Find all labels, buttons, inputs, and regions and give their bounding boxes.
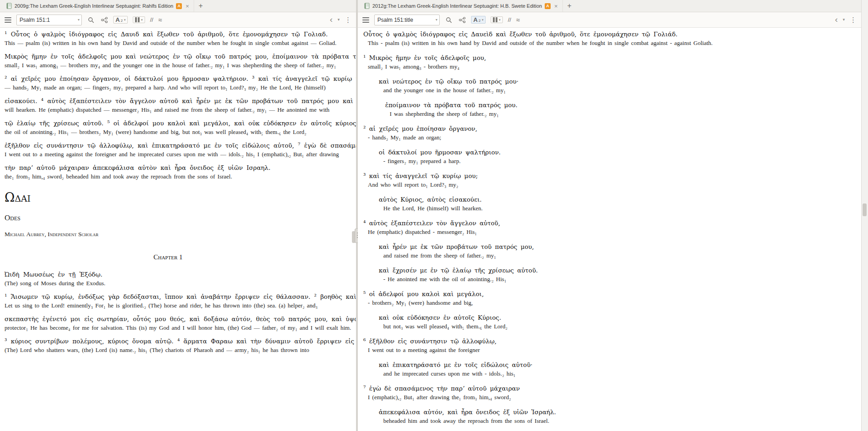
interlinear-pair: ⁵ οἱ ἀδελφοί μου καλοὶ καὶ μεγάλοι, - br… (363, 290, 855, 307)
visual-filters-subscript: 2 (120, 19, 122, 23)
tab-close-icon[interactable]: × (185, 3, 190, 9)
chevron-down-icon: ▾ (482, 18, 484, 22)
reference-dropdown-icon[interactable]: ▾ (78, 18, 80, 22)
greek-line: Ὠιδὴ Μωυσέως ἐν τῇ Ἐξόδῳ. (5, 270, 350, 278)
parallel-passages-icon[interactable]: // (508, 17, 511, 23)
gloss-line: and raised me from the sheep of father.₂… (383, 252, 855, 259)
reference-dropdown-icon[interactable]: ▾ (436, 18, 437, 22)
more-menu-icon[interactable]: ⋮ (850, 16, 857, 23)
gloss-line: (The) Lord who shatters wars, (the) Lord… (5, 346, 350, 354)
tab-title: 2012g:The Lexham Greek-English Interline… (372, 3, 542, 9)
columns-button[interactable]: ▾ (133, 16, 145, 23)
interlinear-pair: ἐποίμαινον τὰ πρόβατα τοῦ πατρός μου. I … (385, 101, 855, 118)
gloss-line: the₁ from₃ him,₄ sword₂ beheaded him and… (5, 173, 350, 180)
left-toolbar: ▾ A2 ▾ ▾ // ≈ ‹ ▾ ⋮ (0, 12, 356, 28)
right-tab-bar: 2012g:The Lexham Greek-English Interline… (358, 0, 861, 12)
greek-line: εἰσακούει. ⁴ αὐτὸς ἐξαπέστειλεν τὸν ἄγγε… (5, 97, 350, 105)
interlinear-pair: τὴν παρʼ αὐτοῦ μάχαιραν ἀπεκεφάλισα αὐτὸ… (5, 163, 350, 180)
gloss-line: protector₁ He has become₄ for me for sal… (5, 324, 350, 332)
interlinear-pair: Ὠιδὴ Μωυσέως ἐν τῇ Ἐξόδῳ. (The) song of … (5, 270, 350, 287)
corresponding-words-icon[interactable]: ≈ (158, 16, 162, 23)
chevron-down-icon: ▾ (499, 18, 501, 22)
interlinear-pair: τῷ ἐλαίῳ τῆς χρίσεως αὐτοῦ. ⁵ οἱ ἀδελφοί… (5, 119, 350, 136)
greek-line: ² αἱ χεῖρές μου ἐποίησαν ὄργανον, οἱ δάκ… (5, 74, 350, 83)
panel-menu-icon[interactable] (362, 17, 369, 23)
chevron-down-icon: ▾ (124, 18, 126, 22)
right-scrollbar-thumb[interactable] (863, 203, 867, 216)
resource-book-icon (6, 3, 12, 9)
greek-line: ² αἱ χεῖρές μου ἐποίησαν ὄργανον, (363, 124, 855, 133)
greek-line: ⁵ οἱ ἀδελφοί μου καλοὶ καὶ μεγάλοι, (363, 290, 855, 298)
more-menu-icon[interactable]: ⋮ (345, 16, 351, 23)
interlinear-pair: καὶ ἔχρισέν με ἐν τῷ ἐλαίῳ τῆς χρίσεως α… (379, 266, 855, 283)
interlinear-pair: οἱ δάκτυλοί μου ἥρμοσαν ψαλτήριον. - fin… (379, 148, 855, 165)
right-toolbar: ▾ A2 ▾ ▾ // ≈ ‹ ▾ ⋮ (358, 12, 861, 28)
left-panel: 2009g:The Lexham Greek-English Interline… (0, 0, 356, 431)
new-tab-button[interactable]: + (194, 2, 207, 10)
greek-line: ⁶ ἐξῆλθον εἰς συνάντησιν τῷ ἀλλοφύλῳ, (363, 337, 855, 345)
new-tab-button[interactable]: + (563, 2, 576, 10)
search-icon[interactable] (87, 16, 95, 24)
gloss-line: will hearken. He (emphatic) dispatched —… (5, 106, 350, 114)
back-icon[interactable]: ‹ (835, 15, 838, 24)
interlinear-pair: ἀπεκεφάλισα αὐτόν, καὶ ἦρα ὄνειδος ἐξ υἱ… (379, 408, 855, 425)
network-icon[interactable] (458, 16, 466, 24)
gloss-line: I went out to a meeting against the fore… (5, 150, 350, 158)
interlinear-pair: Οὗτος ὁ ψαλμὸς ἰδιόγραφος εἰς Δαυεὶδ καὶ… (363, 30, 855, 47)
interlinear-pair: ¹ Οὗτος ὁ ψαλμὸς ἰδιόγραφος εἰς Δαυιδ κα… (5, 30, 350, 47)
visual-filters-icon: A (115, 17, 120, 23)
panel-menu-icon[interactable] (5, 17, 11, 23)
greek-line: σκεπαστὴς ἐγένετό μοι εἰς σωτηρίαν, οὗτό… (5, 315, 350, 323)
greek-line: καὶ ἔχρισέν με ἐν τῷ ἐλαίῳ τῆς χρίσεως α… (379, 266, 855, 274)
gloss-line: - He anointed me with the oil of anointi… (383, 275, 855, 283)
gloss-line: This - psalm (is) written in his own han… (368, 39, 855, 47)
greek-line: ¹ Οὗτος ὁ ψαλμὸς ἰδιόγραφος εἰς Δαυιδ κα… (5, 30, 350, 38)
search-icon[interactable] (445, 16, 453, 24)
greek-line: ⁴ αὐτὸς ἐξαπέστειλεν τὸν ἄγγελον αὐτοῦ, (363, 219, 855, 227)
reference-box[interactable]: ▾ (16, 15, 82, 25)
history-dropdown-icon[interactable]: ▾ (843, 18, 845, 22)
greek-line: ἐποίμαινον τὰ πρόβατα τοῦ πατρός μου. (385, 101, 855, 109)
psalm-151-interlinear: ¹ Οὗτος ὁ ψαλμὸς ἰδιόγραφος εἰς Δαυιδ κα… (5, 30, 350, 180)
resource-tab[interactable]: 2009g:The Lexham Greek-English Interline… (3, 0, 194, 12)
greek-line: καὶ νεώτερος ἐν τῷ οἴκῳ τοῦ πατρός μου· (379, 77, 855, 85)
reference-box[interactable]: ▾ (374, 15, 440, 25)
tab-title: 2009g:The Lexham Greek-English Interline… (15, 3, 173, 9)
resource-tab[interactable]: 2012g:The Lexham Greek-English Interline… (361, 0, 563, 12)
columns-button[interactable]: ▾ (491, 16, 503, 23)
greek-line: ¹ Μικρὸς ἤμην ἐν τοῖς ἀδελφοῖς μου, (363, 54, 855, 62)
corresponding-words-icon[interactable]: ≈ (516, 16, 520, 23)
author-line: Michael Aubrey, Independent Scholar (5, 231, 350, 238)
greek-line: οἱ δάκτυλοί μου ἥρμοσαν ψαλτήριον. (379, 148, 855, 156)
gloss-line: — hands₂ My₁ made an organ; — fingers₂ m… (5, 84, 350, 91)
gloss-line: - hands₂ My₁ made an organ; (368, 134, 855, 141)
visual-filters-button[interactable]: A2 ▾ (471, 16, 486, 24)
history-dropdown-icon[interactable]: ▾ (337, 18, 340, 22)
gloss-line: This — psalm (is) written in his own han… (5, 39, 350, 47)
gloss-line: Let us sing to the Lord! eminently₃ For₁… (5, 302, 350, 309)
gloss-line: I was shepherding the sheep of father.₂ … (390, 110, 855, 118)
right-panel-content: Οὗτος ὁ ψαλμὸς ἰδιόγραφος εἰς Δαυεὶδ καὶ… (358, 28, 861, 431)
gloss-line: small₂ I was₁ among₃ — brothers my₄ and … (5, 61, 350, 69)
columns-icon (135, 17, 140, 22)
edition-badge: A (545, 3, 551, 9)
gloss-line: and he imprecated curses upon me with - … (383, 370, 855, 377)
reference-input[interactable] (377, 17, 435, 23)
gloss-line: but not₃ was well pleased₄ with₅ them.₆ … (383, 322, 855, 330)
right-scrollbar-track[interactable] (861, 0, 868, 431)
interlinear-pair: εἰσακούει. ⁴ αὐτὸς ἐξαπέστειλεν τὸν ἄγγε… (5, 97, 350, 114)
interlinear-pair: ἐξῆλθον εἰς συνάντησιν τῷ ἀλλοφύλῳ, καὶ … (5, 141, 350, 158)
tab-close-icon[interactable]: × (553, 3, 559, 9)
visual-filters-button[interactable]: A2 ▾ (113, 16, 128, 24)
gloss-line: beheaded him and took away the reproach … (383, 417, 855, 425)
network-icon[interactable] (100, 16, 108, 24)
greek-line: ³ κύριος συντρίβων πολέμους, κύριος ὄνομ… (5, 337, 350, 345)
interlinear-pair: Μικρὸς ἤμην ἐν τοῖς ἀδελφοῖς μου καὶ νεώ… (5, 52, 350, 69)
parallel-passages-icon[interactable]: // (150, 17, 153, 23)
interlinear-pair: καὶ ἐπικατηράσατό με ἐν τοῖς εἰδώλοις αὐ… (379, 361, 855, 377)
logos-app-window: 2009g:The Lexham Greek-English Interline… (0, 0, 868, 431)
back-icon[interactable]: ‹ (330, 15, 332, 24)
reference-input[interactable] (20, 17, 77, 23)
interlinear-pair: ⁶ ἐξῆλθον εἰς συνάντησιν τῷ ἀλλοφύλῳ, I … (363, 337, 855, 354)
gloss-line: small₂ I was₁ among₃ - brothers my₄ (368, 63, 855, 70)
